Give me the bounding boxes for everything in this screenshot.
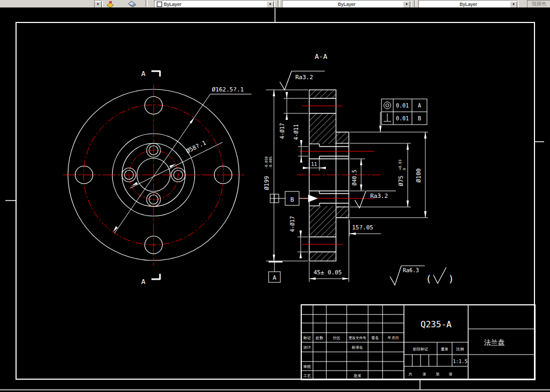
- svg-text:更改文件号: 更改文件号: [349, 336, 366, 340]
- svg-text:0.01: 0.01: [396, 103, 409, 109]
- svg-text:A: A: [273, 274, 277, 281]
- roughness-top: Ra3.2: [280, 71, 325, 90]
- svg-text:分区: 分区: [332, 336, 340, 340]
- plotstyle-control-value: 随颜色: [532, 1, 546, 7]
- dim-small-circle: Ø58?.1: [130, 139, 223, 188]
- svg-text:张: 张: [423, 372, 426, 376]
- lineweight-control-value: ByLayer: [460, 2, 477, 7]
- dim-thickness-text: 45± 0.05: [314, 269, 342, 276]
- scale-value: 1:1.5: [453, 359, 467, 364]
- svg-text:Ra3.2: Ra3.2: [370, 193, 388, 199]
- role-standard: 标准化: [352, 345, 363, 350]
- svg-text:第: 第: [436, 372, 440, 376]
- checkmark-icon: [433, 267, 446, 283]
- concentricity-icon: [384, 102, 391, 109]
- svg-text:A: A: [418, 103, 421, 109]
- part-name: 法兰盘: [484, 339, 505, 347]
- svg-text:0: 0: [402, 168, 407, 170]
- role-check: 审核: [303, 365, 311, 369]
- svg-text:共: 共: [409, 372, 412, 376]
- dim-bore-text: Ø40.5: [352, 170, 357, 186]
- svg-text:-0.085: -0.085: [269, 156, 273, 169]
- svg-text:处数: 处数: [316, 336, 324, 340]
- svg-text:签名: 签名: [371, 336, 379, 340]
- svg-text:A: A: [141, 70, 146, 78]
- toolbar-separator: [278, 0, 280, 7]
- section-cut-mark-bottom: A: [141, 274, 160, 286]
- svg-text:Ø58?.1: Ø58?.1: [185, 139, 207, 155]
- svg-text:-0.050: -0.050: [264, 156, 269, 169]
- dim-hub-text: Ø100: [415, 168, 422, 183]
- svg-text:Ø75: Ø75: [398, 175, 404, 186]
- dim-spigot-text: Ø75 +0.03 0: [398, 159, 407, 186]
- color-control-combo[interactable]: ByLayer ▼: [154, 0, 275, 8]
- section-view-title: A-A: [315, 52, 327, 60]
- feature-control-frame: 0.01 A 0.01 B: [379, 99, 427, 132]
- svg-text:0.01: 0.01: [396, 116, 409, 121]
- svg-text:Ra3.2: Ra3.2: [295, 74, 313, 81]
- dim-bolt-holes-text: 4-Ø17: [279, 123, 285, 139]
- paren-close: ): [448, 274, 454, 285]
- weight-label: 重量: [441, 347, 448, 351]
- roughness-bore: Ra3.2: [355, 191, 396, 208]
- role-approve: 批准: [354, 374, 361, 378]
- role-design: 设计: [303, 345, 311, 350]
- dim-bolt-holes-bottom-text: 4-Ø17: [289, 216, 295, 232]
- properties-toolbar: ▼ ByLayer ▼ ByLayer ▼ ByLayer ▼ 随颜色: [0, 0, 550, 8]
- linetype-control-combo[interactable]: ByLayer ▼: [282, 0, 411, 8]
- cad-application-window: ▼ ByLayer ▼ ByLayer ▼ ByLayer ▼ 随颜色: [0, 0, 550, 392]
- paren-open: (: [426, 274, 431, 285]
- datum-a: A: [269, 262, 282, 283]
- svg-text:Ø162.5?.1: Ø162.5?.1: [212, 86, 244, 93]
- svg-text:Ø199: Ø199: [263, 176, 270, 190]
- dim-cbore-holes-text: 4-Ø11: [293, 124, 299, 140]
- stage-label: 阶段标记: [413, 347, 428, 351]
- make-layer-current-icon[interactable]: [105, 0, 116, 7]
- toolbar-separator: [414, 0, 416, 7]
- sheet-border: [0, 8, 550, 390]
- general-roughness-note: Ra6.3 ( ): [390, 266, 454, 285]
- dim-depth-text: 15?.05: [352, 224, 373, 231]
- svg-text:年月日: 年月日: [388, 336, 399, 340]
- section-view: A-A: [263, 52, 428, 282]
- front-view: A A Ø162.5?.1 Ø58?.1: [63, 70, 251, 286]
- svg-text:+0.03: +0.03: [398, 159, 402, 170]
- color-swatch-icon: [157, 2, 162, 7]
- role-process: 工艺: [303, 374, 311, 378]
- plotstyle-control-combo: 随颜色: [527, 0, 550, 8]
- svg-text:B: B: [291, 196, 294, 203]
- lineweight-control-combo[interactable]: ByLayer ▼: [418, 0, 518, 8]
- drawing-canvas[interactable]: A A Ø162.5?.1 Ø58?.1: [0, 7, 550, 392]
- material-spec: Q235-A: [421, 319, 452, 329]
- centerlines: [63, 84, 244, 266]
- section-cut-mark-top: A: [141, 70, 160, 78]
- layer-previous-icon[interactable]: [127, 0, 138, 7]
- svg-text:A: A: [141, 278, 146, 286]
- svg-text:Ra6.3: Ra6.3: [403, 267, 419, 273]
- datum-b: B: [270, 191, 318, 205]
- toolbar-separator: [146, 0, 148, 7]
- section-hatching: [309, 90, 349, 261]
- layer-combo-stub[interactable]: ▼: [94, 0, 103, 8]
- dim-od-text: Ø199 -0.050 -0.085: [263, 156, 273, 190]
- dim-keyway-text: 11: [311, 162, 317, 167]
- section-dimension-texts: Ø199 -0.050 -0.085 4-Ø17 4-Ø11 11 Ø40.5 …: [263, 123, 422, 276]
- title-block: 标记 处数 分区 更改文件号 签名 年月日 设计 标准化 审核 工艺 批准 Q2…: [301, 305, 535, 380]
- svg-text:张: 张: [449, 372, 453, 376]
- svg-text:B: B: [418, 116, 421, 121]
- linetype-control-value: ByLayer: [338, 2, 355, 7]
- svg-text:标记: 标记: [303, 336, 311, 340]
- perpendicularity-icon: [384, 113, 391, 121]
- color-control-value: ByLayer: [164, 2, 181, 7]
- scale-label: 比例: [456, 347, 464, 351]
